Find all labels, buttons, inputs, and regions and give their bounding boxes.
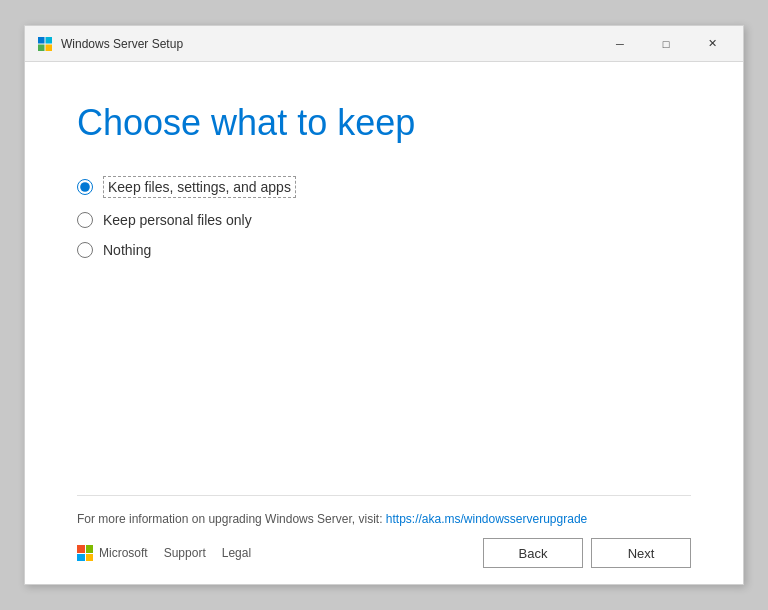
support-link[interactable]: Support	[164, 546, 206, 560]
ms-logo-blue	[77, 554, 85, 562]
minimize-button[interactable]: ─	[597, 29, 643, 59]
ms-logo-green	[86, 545, 94, 553]
option-nothing[interactable]: Nothing	[77, 242, 691, 258]
titlebar: Windows Server Setup ─ □ ✕	[25, 26, 743, 62]
main-content: Choose what to keep Keep files, settings…	[25, 62, 743, 584]
options-list: Keep files, settings, and apps Keep pers…	[77, 176, 691, 258]
maximize-button[interactable]: □	[643, 29, 689, 59]
ms-logo-grid	[77, 545, 93, 561]
radio-keep-personal[interactable]	[77, 212, 93, 228]
titlebar-left: Windows Server Setup	[37, 36, 183, 52]
main-window: Windows Server Setup ─ □ ✕ Choose what t…	[24, 25, 744, 585]
svg-rect-3	[46, 44, 53, 51]
legal-link[interactable]: Legal	[222, 546, 251, 560]
footer: For more information on upgrading Window…	[77, 495, 691, 584]
radio-nothing[interactable]	[77, 242, 93, 258]
option-keep-all-label: Keep files, settings, and apps	[103, 176, 296, 198]
radio-keep-all[interactable]	[77, 179, 93, 195]
next-button[interactable]: Next	[591, 538, 691, 568]
footer-buttons: Back Next	[483, 538, 691, 568]
back-button[interactable]: Back	[483, 538, 583, 568]
footer-info-text: For more information on upgrading Window…	[77, 512, 386, 526]
window-title: Windows Server Setup	[61, 37, 183, 51]
svg-rect-2	[38, 44, 45, 51]
ms-logo-red	[77, 545, 85, 553]
option-keep-all[interactable]: Keep files, settings, and apps	[77, 176, 691, 198]
app-icon	[37, 36, 53, 52]
close-button[interactable]: ✕	[689, 29, 735, 59]
option-keep-personal[interactable]: Keep personal files only	[77, 212, 691, 228]
svg-rect-1	[46, 37, 53, 44]
ms-logo-yellow	[86, 554, 94, 562]
footer-info-link[interactable]: https://aka.ms/windowsserverupgrade	[386, 512, 587, 526]
footer-bottom: Microsoft Support Legal Back Next	[77, 538, 691, 568]
footer-links: Microsoft Support Legal	[77, 545, 251, 561]
footer-info: For more information on upgrading Window…	[77, 512, 691, 526]
titlebar-controls: ─ □ ✕	[597, 29, 735, 59]
page-title: Choose what to keep	[77, 102, 691, 144]
option-keep-personal-label: Keep personal files only	[103, 212, 252, 228]
microsoft-logo: Microsoft	[77, 545, 148, 561]
option-nothing-label: Nothing	[103, 242, 151, 258]
svg-rect-0	[38, 37, 45, 44]
microsoft-label: Microsoft	[99, 546, 148, 560]
